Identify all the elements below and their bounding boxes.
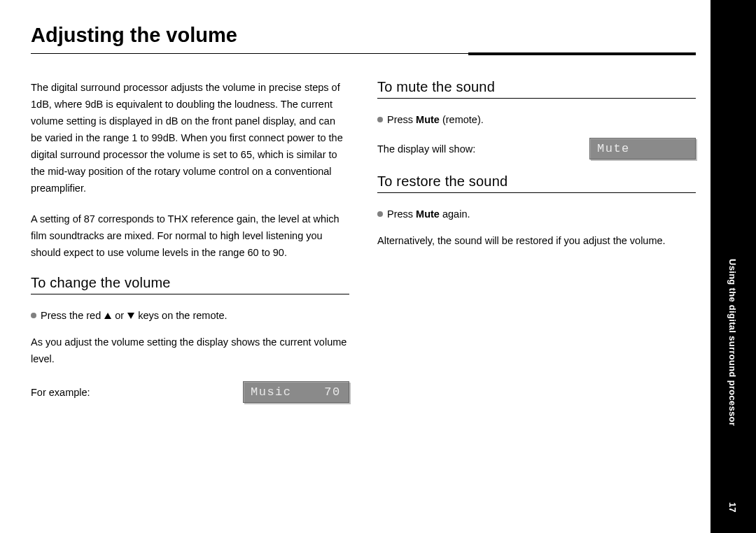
bullet-change-volume: Press the red or keys on the remote. [31, 307, 349, 324]
bullet-text-prefix: Press the red [41, 310, 104, 321]
bullet-icon [377, 211, 383, 217]
bullet-mute: Press Mute (remote). [377, 111, 696, 128]
bullet-text-prefix: Press [387, 114, 416, 125]
heading-restore: To restore the sound [377, 173, 696, 190]
up-arrow-icon [104, 313, 111, 319]
heading-rule [31, 294, 349, 294]
restore-paragraph: Alternatively, the sound will be restore… [377, 232, 696, 249]
intro-paragraph-1: The digital surround processor adjusts t… [31, 79, 349, 197]
heading-rule [377, 98, 696, 99]
heading-rule [377, 192, 696, 193]
manual-page: Using the digital surround processor 17 … [0, 0, 756, 533]
column-right: To mute the sound Press Mute (remote). T… [377, 79, 696, 417]
bullet-text-bold: Mute [416, 208, 440, 220]
heading-change-volume: To change the volume [31, 275, 349, 291]
page-number: 17 [727, 502, 738, 512]
bullet-icon [377, 117, 383, 122]
bullet-restore: Press Mute again. [377, 206, 696, 222]
lcd-text: Music 70 [243, 381, 349, 403]
lcd-display-mute: Mute [589, 138, 696, 159]
content-area: Adjusting the volume The digital surroun… [31, 24, 696, 417]
example-row: For example: Music 70 [31, 381, 349, 403]
down-arrow-icon [127, 313, 134, 319]
bullet-text-suffix: (remote). [440, 114, 484, 125]
sidebar: Using the digital surround processor 17 [710, 0, 756, 533]
lcd-display-volume: Music 70 [243, 381, 349, 403]
column-left: The digital surround processor adjusts t… [31, 79, 349, 417]
bullet-icon [31, 313, 36, 318]
bullet-text-suffix: again. [440, 208, 470, 220]
bullet-text-mid: or [112, 310, 127, 321]
lcd-text: Mute [589, 138, 696, 159]
display-label: The display will show: [377, 143, 475, 155]
change-volume-paragraph: As you adjust the volume setting the dis… [31, 334, 349, 367]
bullet-text-bold: Mute [416, 114, 440, 125]
bullet-text-suffix: keys on the remote. [135, 310, 227, 321]
display-row: The display will show: Mute [377, 138, 696, 159]
section-label: Using the digital surround processor [727, 259, 738, 426]
bullet-text-prefix: Press [387, 208, 416, 220]
title-rule [31, 52, 696, 55]
page-title: Adjusting the volume [31, 24, 696, 47]
intro-paragraph-2: A setting of 87 corresponds to THX refer… [31, 211, 349, 261]
heading-mute: To mute the sound [377, 79, 696, 95]
example-label: For example: [31, 387, 90, 398]
two-column-layout: The digital surround processor adjusts t… [31, 79, 696, 417]
